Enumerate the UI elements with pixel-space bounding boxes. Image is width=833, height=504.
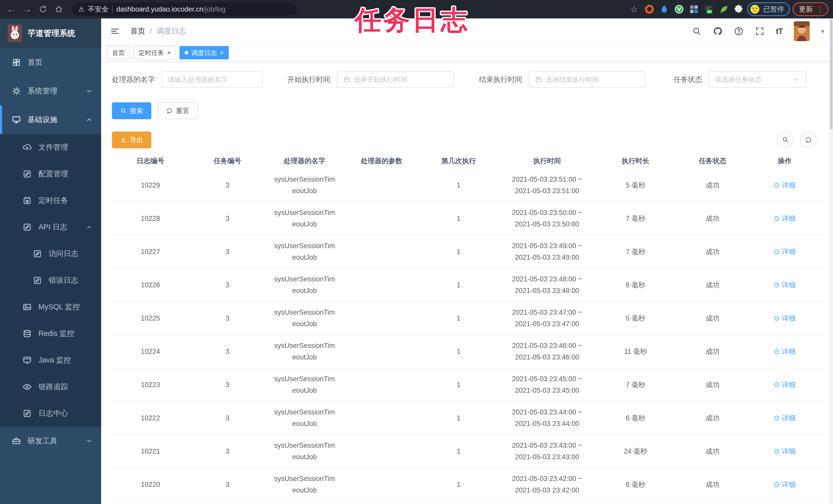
cell-handler-name: sysUserSessionTimeoutJob (266, 307, 343, 329)
cell-status: 成功 (674, 446, 751, 457)
detail-link[interactable]: ⊙详细 (774, 179, 795, 191)
sidebar-item-5[interactable]: 定时任务 (0, 187, 101, 214)
fullscreen-icon[interactable] (755, 26, 765, 36)
table-row: 102243sysUserSessionTimeoutJob12021-05-0… (112, 335, 825, 369)
detail-link[interactable]: ⊙详细 (774, 379, 795, 390)
security-warning-icon: ⚠ (78, 5, 84, 13)
sidebar-item-1[interactable]: 系统管理 (0, 77, 101, 105)
drop-extension-icon[interactable] (658, 3, 670, 15)
sidebar-item-9[interactable]: MySQL 监控 (0, 294, 101, 320)
browser-update-button[interactable]: 更新 ⋮ (792, 2, 828, 16)
handler-name-input[interactable] (168, 76, 257, 84)
help-icon[interactable] (734, 26, 744, 36)
column-header: 处理器的参数 (343, 156, 420, 166)
cell-status: 成功 (674, 412, 751, 424)
cell-execute-time: 2021-05-03 23:48:00 ~2021-05-03 23:48:00 (497, 274, 597, 296)
search-button[interactable]: 搜索 (112, 102, 151, 119)
tab-0[interactable]: 首页 (107, 46, 130, 59)
cell-execute-index: 1 (420, 379, 497, 390)
sidebar-item-12[interactable]: 链路追踪 (0, 374, 101, 400)
github-icon[interactable] (713, 26, 723, 36)
sidebar-item-11[interactable]: Java 监控 (0, 347, 101, 374)
detail-link[interactable]: ⊙详细 (774, 312, 795, 324)
user-avatar[interactable] (794, 21, 810, 42)
logo-bar[interactable]: 芋道管理系统 (0, 19, 101, 48)
breadcrumb-home[interactable]: 首页 (130, 26, 145, 36)
begin-time-input[interactable] (354, 76, 447, 84)
status-select[interactable]: 请选择任务状态 (709, 71, 806, 88)
svg-text:on: on (708, 10, 711, 13)
reload-icon[interactable] (37, 3, 50, 16)
cell-execute-index: 1 (420, 180, 497, 191)
table-row: 102253sysUserSessionTimeoutJob12021-05-0… (112, 302, 825, 335)
sidebar-item-3[interactable]: 文件管理 (0, 134, 101, 161)
puzzle-extensions-icon[interactable] (732, 3, 745, 15)
cell-log-id: 10229 (112, 180, 189, 191)
cell-status: 成功 (674, 246, 751, 258)
tab-2[interactable]: 调度日志× (180, 46, 229, 59)
chevron-down-icon (86, 438, 92, 445)
reset-button[interactable]: 重置 (158, 102, 197, 119)
sidebar-item-14[interactable]: 研发工具 (0, 427, 101, 455)
cell-log-id: 10228 (112, 213, 189, 224)
sidebar-item-7[interactable]: 访问日志 (0, 241, 101, 267)
detail-link[interactable]: ⊙详细 (774, 246, 795, 258)
cell-duration: 8 毫秒 (597, 279, 674, 291)
sidebar: 芋道管理系统 首页系统管理基础设施文件管理配置管理定时任务API 日志访问日志错… (0, 19, 101, 504)
sidebar-item-8[interactable]: 错误日志 (0, 267, 101, 294)
leaf-extension-icon[interactable] (717, 3, 730, 15)
sidebar-item-2[interactable]: 基础设施 (0, 105, 101, 134)
detail-link[interactable]: ⊙详细 (774, 446, 795, 457)
sidebar-item-13[interactable]: 日志中心 (0, 400, 101, 427)
sidebar-item-0[interactable]: 首页 (0, 48, 101, 77)
sidebar-item-label: 访问日志 (49, 249, 78, 259)
export-button[interactable]: 导出 (112, 131, 151, 148)
detail-label: 详细 (782, 279, 795, 291)
kebab-menu-icon[interactable]: ⋮ (816, 5, 824, 14)
cell-actions: ⊙详细 (751, 212, 818, 224)
cell-status: 成功 (674, 379, 751, 390)
end-time-input[interactable] (546, 76, 639, 84)
detail-link[interactable]: ⊙详细 (774, 412, 795, 424)
table-row: 102233sysUserSessionTimeoutJob12021-05-0… (112, 369, 825, 402)
close-icon[interactable]: × (220, 49, 223, 56)
detail-link[interactable]: ⊙详细 (774, 279, 795, 291)
v-extension-icon[interactable] (673, 3, 685, 15)
home-icon[interactable] (52, 3, 66, 16)
scrollbar-thumb[interactable] (830, 20, 832, 129)
toolbar-row: 导出 (112, 131, 825, 148)
hamburger-icon[interactable] (110, 26, 120, 36)
close-icon[interactable]: × (167, 49, 171, 56)
monitor-icon (12, 115, 21, 124)
tab-1[interactable]: 定时任务× (134, 46, 176, 59)
tab-label: 首页 (112, 49, 125, 57)
sidebar-item-10[interactable]: Redis 监控 (0, 320, 101, 347)
caret-down-icon[interactable]: ▾ (821, 27, 824, 35)
refresh-icon (166, 107, 173, 114)
toggle-search-button[interactable] (777, 131, 793, 148)
cell-log-id: 10223 (112, 379, 189, 390)
sidebar-item-4[interactable]: 配置管理 (0, 161, 101, 187)
cell-status: 成功 (674, 180, 751, 191)
cell-duration: 6 毫秒 (597, 412, 674, 424)
detail-link[interactable]: ⊙详细 (774, 479, 795, 490)
detail-link[interactable]: ⊙详细 (774, 212, 795, 224)
url-bar[interactable]: ⚠ 不安全 dashboard.yudao.iocoder.cn/job/log (72, 3, 297, 16)
switch-on-extension-icon[interactable]: on (703, 3, 715, 15)
search-icon[interactable] (692, 26, 701, 36)
fontsize-icon[interactable]: tT (776, 27, 783, 36)
sidebar-item-6[interactable]: API 日志 (0, 214, 101, 241)
grid-extension-icon[interactable] (688, 3, 700, 15)
bookmark-star-icon[interactable]: ☆ (627, 3, 641, 16)
sidebar-item-label: Redis 监控 (39, 328, 74, 339)
ring-extension-icon[interactable] (643, 3, 656, 15)
back-icon[interactable]: ← (5, 3, 18, 16)
browser-profile-button[interactable]: 已暂停 (747, 2, 790, 16)
sidebar-item-label: 链路追踪 (39, 382, 68, 392)
cell-job-id: 3 (189, 246, 266, 258)
detail-link[interactable]: ⊙详细 (774, 346, 795, 357)
scrollbar[interactable] (829, 19, 833, 504)
forward-icon[interactable]: → (21, 3, 34, 16)
refresh-table-button[interactable] (800, 131, 817, 148)
cell-execute-time: 2021-05-03 23:51:00 ~2021-05-03 23:51:00 (497, 174, 597, 197)
